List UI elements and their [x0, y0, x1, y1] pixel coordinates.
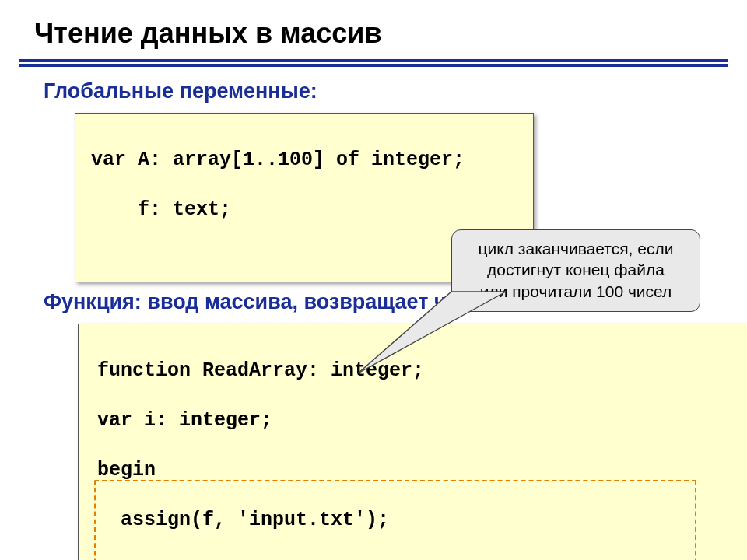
title-underline: [19, 59, 728, 62]
highlight-while-block: [94, 480, 696, 560]
code-line: var A: array[1..100] of integer;: [91, 148, 519, 173]
slide-title: Чтение данных в массив: [0, 17, 747, 54]
callout-loop-end: цикл заканчивается, если достигнут конец…: [451, 229, 700, 312]
slide-container: Чтение данных в массив Глобальные переме…: [0, 0, 747, 560]
callout-line: цикл заканчивается, если: [461, 238, 690, 259]
section-globals-label: Глобальные переменные:: [44, 79, 747, 103]
code-line: var i: integer;: [97, 408, 735, 433]
callout-pointer-icon: [397, 284, 568, 408]
code-line: f: text;: [91, 198, 519, 222]
callout-line: достигнут конец файла: [461, 259, 690, 280]
